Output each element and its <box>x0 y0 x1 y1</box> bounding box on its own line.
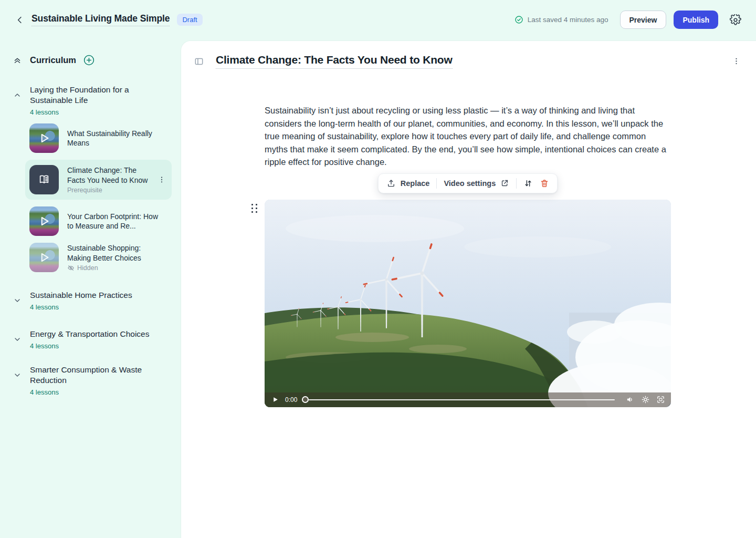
book-open-icon <box>37 173 51 187</box>
back-button[interactable] <box>13 13 27 27</box>
chevron-down-icon[interactable] <box>13 329 22 350</box>
volume-icon <box>626 395 635 404</box>
curriculum-sidebar: Curriculum Laying the Foundation for a S… <box>0 39 181 538</box>
reading-lesson-tile <box>29 165 59 194</box>
trash-icon <box>540 179 549 188</box>
video-controls: 0:00 <box>265 392 671 407</box>
panel-toggle-button[interactable] <box>194 56 204 67</box>
plus-circle-icon <box>83 54 95 66</box>
section-title: Sustainable Home Practices <box>30 290 132 301</box>
delete-block-button[interactable] <box>540 179 549 188</box>
collapse-all-icon <box>13 55 22 65</box>
lesson-intro-paragraph[interactable]: Sustainability isn’t just about recyclin… <box>265 104 671 169</box>
lesson-page-title[interactable]: Climate Change: The Facts You Need to Kn… <box>216 54 453 69</box>
section-header[interactable]: Smarter Consumption & Waste Reduction 4 … <box>0 365 181 396</box>
video-block-toolbar: Replace Video settings <box>378 173 558 193</box>
video-player[interactable]: 0:00 <box>265 200 671 407</box>
section-header[interactable]: Energy & Transportation Choices 4 lesson… <box>0 329 181 350</box>
lesson-content: Sustainability isn’t just about recyclin… <box>265 104 671 407</box>
play-icon <box>29 243 59 272</box>
lesson-list: What Sustainability Really Means Climate… <box>25 123 172 272</box>
section-lesson-count: 4 lessons <box>30 303 132 311</box>
move-block-button[interactable] <box>523 179 533 188</box>
settings-button[interactable] <box>728 12 743 28</box>
back-icon <box>15 15 25 25</box>
course-title[interactable]: Sustainable Living Made Simple <box>32 13 170 26</box>
curriculum-title: Curriculum <box>30 55 76 65</box>
section-title: Energy & Transportation Choices <box>30 329 149 339</box>
video-thumbnail <box>29 243 59 272</box>
section-lesson-count: 4 lessons <box>30 342 149 350</box>
eye-off-icon <box>67 264 75 272</box>
lesson-meta: Prerequisite <box>67 187 152 194</box>
curriculum-header: Curriculum <box>0 53 181 67</box>
curriculum-section: Sustainable Home Practices 4 lessons <box>0 290 181 311</box>
replace-label: Replace <box>401 179 430 188</box>
play-icon <box>29 206 59 236</box>
section-header[interactable]: Sustainable Home Practices 4 lessons <box>0 290 181 311</box>
gear-icon <box>730 14 741 26</box>
publish-button[interactable]: Publish <box>674 11 718 29</box>
lesson-item-hidden[interactable]: Sustainable Shopping: Making Better Choi… <box>25 243 172 272</box>
settings-icon <box>641 395 650 404</box>
save-status-text: Last saved 4 minutes ago <box>528 16 608 24</box>
lesson-title: Your Carbon Footprint: How to Measure an… <box>67 212 160 231</box>
curriculum-section: Laying the Foundation for a Sustainable … <box>0 85 181 272</box>
lesson-item[interactable]: What Sustainability Really Means <box>25 123 172 153</box>
section-title: Laying the Foundation for a Sustainable … <box>30 85 152 106</box>
lesson-item[interactable]: Your Carbon Footprint: How to Measure an… <box>25 206 172 236</box>
topbar: Sustainable Living Made Simple Draft Las… <box>0 0 756 39</box>
lesson-meta-text: Hidden <box>77 264 98 272</box>
swap-arrows-icon <box>523 179 533 188</box>
chevron-down-icon[interactable] <box>13 290 22 311</box>
external-link-icon <box>500 179 509 188</box>
video-still-wind-turbines <box>265 200 671 407</box>
curriculum-section: Energy & Transportation Choices 4 lesson… <box>0 329 181 350</box>
lesson-editor-card: Climate Change: The Facts You Need to Kn… <box>181 41 756 538</box>
lesson-title: Climate Change: The Facts You Need to Kn… <box>67 165 152 185</box>
player-settings-button[interactable] <box>640 395 650 405</box>
seek-knob[interactable] <box>302 396 309 403</box>
save-status: Last saved 4 minutes ago <box>514 15 608 24</box>
kebab-icon <box>732 57 741 66</box>
replace-button[interactable]: Replace <box>386 179 430 188</box>
seek-bar[interactable] <box>302 396 620 403</box>
section-title: Smarter Consumption & Waste Reduction <box>30 365 152 386</box>
lesson-header: Climate Change: The Facts You Need to Kn… <box>181 41 756 69</box>
lesson-menu-button[interactable] <box>156 173 167 187</box>
toolbar-divider <box>516 178 517 189</box>
section-lesson-count: 4 lessons <box>30 388 152 396</box>
lesson-title: Sustainable Shopping: Making Better Choi… <box>67 243 160 263</box>
curriculum-section: Smarter Consumption & Waste Reduction 4 … <box>0 365 181 396</box>
lesson-item-selected[interactable]: Climate Change: The Facts You Need to Kn… <box>25 160 172 200</box>
seek-track[interactable] <box>309 399 615 401</box>
preview-button[interactable]: Preview <box>620 11 667 29</box>
video-settings-button[interactable]: Video settings <box>444 179 509 188</box>
video-settings-label: Video settings <box>444 179 496 188</box>
status-badge: Draft <box>177 14 202 26</box>
section-lesson-count: 4 lessons <box>30 108 152 116</box>
volume-button[interactable] <box>625 395 635 405</box>
panel-toggle-icon <box>194 56 204 67</box>
add-section-button[interactable] <box>82 54 95 66</box>
play-icon <box>29 123 59 153</box>
lesson-title: What Sustainability Really Means <box>67 129 160 148</box>
section-header[interactable]: Laying the Foundation for a Sustainable … <box>0 85 181 116</box>
fullscreen-icon <box>656 395 665 404</box>
video-thumbnail <box>29 206 59 236</box>
toolbar-divider <box>436 178 437 189</box>
chevron-down-icon[interactable] <box>13 365 22 386</box>
drag-handle-icon[interactable] <box>251 203 258 214</box>
video-thumbnail <box>29 123 59 153</box>
collapse-all-button[interactable] <box>13 55 22 65</box>
lesson-options-button[interactable] <box>730 55 742 68</box>
kebab-icon <box>158 175 166 184</box>
play-icon <box>272 396 279 403</box>
chevron-up-icon[interactable] <box>13 85 22 106</box>
fullscreen-button[interactable] <box>655 395 666 405</box>
video-block: 0:00 <box>265 200 671 407</box>
check-circle-icon <box>514 15 523 24</box>
play-button[interactable] <box>270 395 280 405</box>
upload-icon <box>386 179 396 188</box>
current-time: 0:00 <box>285 396 297 404</box>
